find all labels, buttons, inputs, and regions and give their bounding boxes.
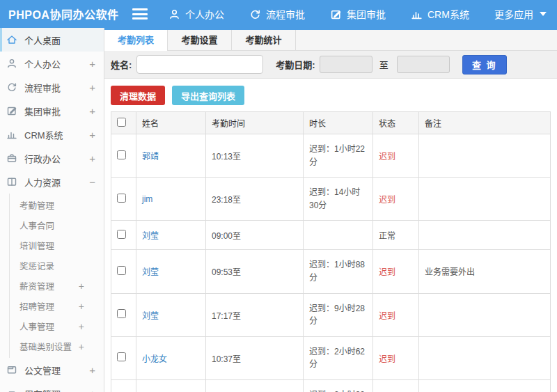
name-cell: 刘莹 bbox=[136, 293, 206, 336]
duration-line: 迟到：9小时28分 bbox=[309, 302, 367, 328]
expand-toggle-icon[interactable]: + bbox=[89, 81, 95, 93]
topnav-item-更多应用[interactable]: 更多应用 bbox=[494, 7, 547, 21]
time-cell: 09:53至 bbox=[206, 250, 304, 293]
car-icon bbox=[6, 388, 18, 392]
tab-考勤统计[interactable]: 考勤统计 bbox=[232, 30, 296, 50]
sidebar-item-流程审批[interactable]: 流程审批+ bbox=[0, 75, 104, 99]
sidebar-subitem-人事管理[interactable]: 人事管理+ bbox=[10, 316, 104, 336]
column-header-考勤时间: 考勤时间 bbox=[206, 112, 304, 134]
duration-cell: 迟到：1小时22分 bbox=[304, 134, 373, 178]
tab-考勤设置[interactable]: 考勤设置 bbox=[168, 30, 232, 50]
table-row: 小龙女10:37至迟到：2小时62分迟到 bbox=[111, 336, 551, 379]
row-checkbox[interactable] bbox=[117, 309, 126, 318]
sidebar-item-集团审批[interactable]: 集团审批+ bbox=[0, 99, 104, 123]
export-list-button[interactable]: 导出查询列表 bbox=[172, 86, 244, 105]
topnav-item-集团审批[interactable]: 集团审批 bbox=[330, 7, 386, 21]
row-checkbox-cell bbox=[111, 293, 136, 336]
duration-line: 迟到：2小时90分 bbox=[309, 389, 367, 392]
row-checkbox-cell bbox=[111, 379, 136, 392]
sidebar-subitem-label: 招聘管理 bbox=[19, 299, 79, 313]
expand-toggle-icon[interactable]: + bbox=[89, 152, 95, 164]
expand-toggle-icon[interactable]: + bbox=[89, 105, 95, 117]
expand-toggle-icon[interactable]: + bbox=[79, 321, 84, 332]
status-cell: 正常 bbox=[373, 221, 419, 250]
sidebar-item-label: 用车管理 bbox=[24, 387, 89, 392]
search-button[interactable]: 查 询 bbox=[462, 55, 507, 75]
select-all-checkbox[interactable] bbox=[117, 118, 126, 127]
sidebar-item-行政办公[interactable]: 行政办公+ bbox=[0, 146, 104, 170]
row-checkbox[interactable] bbox=[117, 150, 126, 159]
clean-data-button[interactable]: 清理数据 bbox=[111, 86, 165, 105]
row-checkbox-cell bbox=[111, 221, 136, 250]
sidebar-subitem-招聘管理[interactable]: 招聘管理+ bbox=[10, 296, 104, 316]
expand-toggle-icon[interactable]: − bbox=[89, 176, 95, 188]
sidebar-subitem-考勤管理[interactable]: 考勤管理 bbox=[10, 195, 104, 215]
sidebar-subitem-培训管理[interactable]: 培训管理 bbox=[10, 235, 104, 256]
row-checkbox[interactable] bbox=[117, 194, 126, 203]
topnav-item-个人办公[interactable]: 个人办公 bbox=[168, 7, 224, 21]
column-header-状态: 状态 bbox=[373, 112, 419, 134]
sidebar-subitem-奖惩记录[interactable]: 奖惩记录 bbox=[10, 256, 104, 276]
row-checkbox[interactable] bbox=[117, 230, 126, 239]
expand-toggle-icon[interactable]: + bbox=[79, 281, 84, 292]
employee-name-link[interactable]: 刘莹 bbox=[142, 267, 159, 277]
expand-toggle-icon[interactable]: + bbox=[89, 129, 95, 141]
sidebar-item-个人桌面[interactable]: 个人桌面 bbox=[0, 28, 104, 52]
sidebar-item-用车管理[interactable]: 用车管理+ bbox=[0, 382, 104, 392]
sidebar-item-个人办公[interactable]: 个人办公+ bbox=[0, 52, 104, 75]
name-cell: 小龙女 bbox=[136, 336, 206, 379]
document-icon bbox=[6, 364, 18, 376]
action-bar: 清理数据 导出查询列表 bbox=[104, 79, 557, 111]
expand-toggle-icon[interactable]: + bbox=[89, 58, 95, 70]
status-text: 迟到 bbox=[379, 354, 395, 364]
sidebar-subitem-label: 人事合同 bbox=[19, 219, 84, 232]
topnav-label: 个人办公 bbox=[185, 7, 224, 21]
sidebar-subitem-label: 奖惩记录 bbox=[19, 259, 84, 272]
employee-name-link[interactable]: 刘莹 bbox=[142, 231, 159, 241]
row-checkbox-cell bbox=[111, 336, 136, 379]
sidebar-item-label: 流程审批 bbox=[24, 81, 89, 94]
sidebar-item-label: 集团审批 bbox=[24, 104, 89, 118]
sidebar-subitem-人事合同[interactable]: 人事合同 bbox=[10, 215, 104, 235]
menu-toggle-icon[interactable] bbox=[132, 8, 148, 19]
sidebar-subitem-基础类别设置[interactable]: 基础类别设置+ bbox=[10, 336, 104, 356]
name-cell: 刘莹 bbox=[136, 221, 206, 250]
sidebar-item-label: 人力资源 bbox=[24, 175, 89, 189]
row-checkbox[interactable] bbox=[117, 352, 126, 361]
expand-toggle-icon[interactable]: + bbox=[79, 341, 84, 352]
date-to-input[interactable] bbox=[397, 56, 450, 73]
main-panel: 考勤列表考勤设置考勤统计 姓名: 考勤日期: 至 查 询 清理数据 导出查询列表… bbox=[104, 28, 557, 392]
sidebar-subitem-label: 薪资管理 bbox=[19, 279, 79, 292]
flow-icon bbox=[249, 8, 261, 20]
note-cell bbox=[419, 178, 551, 221]
column-header-备注: 备注 bbox=[419, 112, 551, 134]
employee-name-link[interactable]: 刘莹 bbox=[142, 311, 159, 321]
topnav-item-CRM系统[interactable]: CRM系统 bbox=[411, 7, 469, 21]
duration-line: 迟到：14小时30分 bbox=[309, 186, 367, 212]
status-cell: 迟到 bbox=[373, 293, 419, 336]
employee-name-link[interactable]: 郭靖 bbox=[142, 152, 159, 162]
topnav-item-流程审批[interactable]: 流程审批 bbox=[249, 7, 305, 21]
status-cell: 迟到 bbox=[373, 134, 419, 178]
sidebar-item-CRM系统[interactable]: CRM系统+ bbox=[0, 123, 104, 146]
person-icon bbox=[6, 58, 18, 70]
name-input[interactable] bbox=[136, 55, 263, 74]
sidebar-item-公文管理[interactable]: 公文管理+ bbox=[0, 358, 104, 382]
sidebar-subitem-薪资管理[interactable]: 薪资管理+ bbox=[10, 276, 104, 296]
status-text: 迟到 bbox=[379, 267, 395, 277]
date-from-input[interactable] bbox=[320, 56, 372, 73]
sidebar-item-人力资源[interactable]: 人力资源− bbox=[0, 170, 104, 194]
filter-bar: 姓名: 考勤日期: 至 查 询 bbox=[104, 51, 557, 79]
person-icon bbox=[168, 8, 180, 20]
row-checkbox[interactable] bbox=[117, 266, 126, 275]
tab-考勤列表[interactable]: 考勤列表 bbox=[104, 30, 168, 50]
home-icon bbox=[6, 34, 18, 46]
expand-toggle-icon[interactable]: + bbox=[89, 388, 95, 392]
note-cell bbox=[419, 221, 551, 250]
expand-toggle-icon[interactable]: + bbox=[89, 364, 95, 376]
employee-name-link[interactable]: jim bbox=[142, 194, 152, 204]
name-label: 姓名: bbox=[111, 58, 132, 71]
employee-name-link[interactable]: 小龙女 bbox=[142, 354, 167, 364]
time-cell: 23:18至 bbox=[206, 178, 304, 221]
expand-toggle-icon[interactable]: + bbox=[79, 301, 84, 312]
